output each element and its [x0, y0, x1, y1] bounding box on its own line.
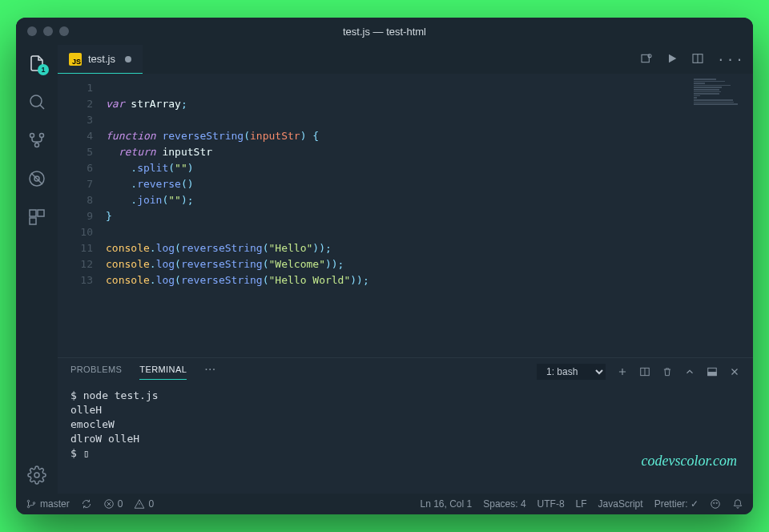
bottom-panel: PROBLEMS TERMINAL ··· 1: bash — [58, 357, 753, 494]
dirty-indicator-icon — [125, 56, 131, 62]
svg-point-16 — [27, 500, 29, 502]
line-number: 1 — [58, 80, 93, 96]
line-number: 3 — [58, 112, 93, 128]
svg-point-0 — [30, 95, 42, 107]
editor-toolbar: ··· — [640, 52, 745, 67]
line-number: 2 — [58, 96, 93, 112]
new-terminal-icon[interactable] — [617, 366, 628, 377]
line-number: 13 — [58, 272, 93, 288]
prettier-status[interactable]: Prettier: ✓ — [654, 498, 699, 510]
line-number: 7 — [58, 176, 93, 192]
svg-rect-7 — [38, 210, 44, 216]
settings-icon[interactable] — [26, 465, 47, 486]
search-icon[interactable] — [26, 91, 47, 112]
explorer-badge: 1 — [38, 64, 49, 75]
panel-tab-bar: PROBLEMS TERMINAL ··· 1: bash — [58, 358, 753, 385]
editor-window: test.js — test-html 1 — [16, 18, 753, 514]
explorer-icon[interactable]: 1 — [26, 53, 47, 74]
language-status[interactable]: JavaScript — [598, 498, 643, 510]
watermark: codevscolor.com — [642, 453, 737, 470]
split-editor-icon[interactable] — [691, 52, 704, 67]
line-number: 10 — [58, 224, 93, 240]
svg-point-9 — [34, 473, 39, 478]
titlebar: test.js — test-html — [16, 18, 753, 45]
terminal-shell-select[interactable]: 1: bash — [537, 364, 606, 380]
svg-point-2 — [40, 134, 44, 138]
svg-rect-6 — [30, 210, 36, 216]
minimap[interactable] — [694, 79, 750, 119]
line-number: 4 — [58, 128, 93, 144]
editor-container: 1 2 3 4 5 6 7 8 9 10 11 12 13 var — [58, 74, 753, 494]
warnings-item[interactable]: 0 — [134, 498, 154, 510]
line-number: 5 — [58, 144, 93, 160]
more-actions-icon[interactable]: ··· — [717, 52, 745, 67]
svg-rect-8 — [30, 218, 36, 224]
editor-area: JS test.js ··· 1 2 3 4 — [58, 45, 753, 494]
line-number: 11 — [58, 240, 93, 256]
feedback-icon[interactable] — [710, 498, 721, 510]
status-bar: master 0 0 Ln 16, Col 1 Spaces: 4 UTF-8 … — [16, 494, 753, 514]
run-icon[interactable] — [666, 52, 678, 67]
close-panel-icon[interactable] — [729, 366, 740, 377]
code-editor[interactable]: 1 2 3 4 5 6 7 8 9 10 11 12 13 var — [58, 74, 753, 357]
kill-terminal-icon[interactable] — [662, 366, 673, 377]
line-number: 8 — [58, 192, 93, 208]
line-number: 9 — [58, 208, 93, 224]
line-gutter: 1 2 3 4 5 6 7 8 9 10 11 12 13 — [58, 74, 106, 357]
source-control-icon[interactable] — [26, 130, 47, 151]
svg-point-1 — [30, 134, 34, 138]
activity-bar: 1 — [16, 45, 58, 494]
tab-label: test.js — [88, 53, 115, 65]
terminal-tab[interactable]: TERMINAL — [139, 365, 187, 380]
svg-point-11 — [648, 54, 651, 57]
tab-test-js[interactable]: JS test.js — [58, 45, 143, 74]
svg-point-17 — [27, 506, 29, 507]
svg-point-21 — [714, 502, 715, 503]
svg-point-18 — [33, 502, 34, 504]
cursor-position[interactable]: Ln 16, Col 1 — [421, 498, 473, 510]
encoding-status[interactable]: UTF-8 — [537, 498, 565, 510]
eol-status[interactable]: LF — [576, 498, 587, 510]
js-file-icon: JS — [69, 53, 82, 66]
indent-status[interactable]: Spaces: 4 — [483, 498, 525, 510]
window-title: test.js — test-html — [16, 26, 753, 38]
svg-point-20 — [711, 500, 720, 509]
terminal-output[interactable]: $ node test.jsolleHemocleWdlroW olleH$ ▯ — [58, 385, 753, 494]
sync-icon[interactable] — [81, 498, 92, 510]
tab-bar: JS test.js ··· — [58, 45, 753, 74]
debug-icon[interactable] — [26, 168, 47, 189]
main-area: 1 JS test.js — [16, 45, 753, 494]
git-branch-item[interactable]: master — [26, 498, 70, 510]
panel-more-tabs-icon[interactable]: ··· — [204, 362, 216, 381]
open-changes-icon[interactable] — [640, 52, 653, 67]
errors-item[interactable]: 0 — [103, 498, 123, 510]
line-number: 6 — [58, 160, 93, 176]
maximize-panel-icon[interactable] — [684, 366, 695, 377]
notifications-icon[interactable] — [732, 498, 743, 510]
svg-point-3 — [35, 143, 39, 147]
extensions-icon[interactable] — [26, 207, 47, 228]
problems-tab[interactable]: PROBLEMS — [70, 365, 122, 379]
svg-rect-15 — [708, 373, 717, 376]
svg-point-22 — [716, 502, 717, 503]
line-number: 12 — [58, 256, 93, 272]
split-terminal-icon[interactable] — [639, 366, 650, 377]
toggle-panel-icon[interactable] — [707, 366, 718, 377]
code-content[interactable]: var strArray; function reverseString(inp… — [106, 74, 753, 357]
